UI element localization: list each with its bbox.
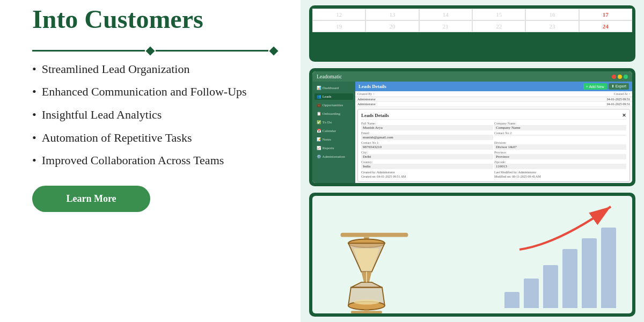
add-new-button[interactable]: + Add New [583,83,607,90]
value-city: Delhi [361,154,493,159]
footer-modified-by: Last Modified by: Administrator [494,171,626,174]
cal-cell-highlight: 17 [579,9,632,20]
list-item-automation: • Automation of Repetitive Tasks [32,130,279,146]
value-division: Divisor 1&07 [494,144,626,150]
learn-more-button[interactable]: Learn More [32,186,150,212]
crm-titlebar: Leadomatic [312,71,632,82]
sidebar-item-reports[interactable]: 📈 Reports [314,145,353,151]
crm-main: Leads Details + Add New ⬆ Export Created… [355,82,632,183]
list-item-label: Automation of Repetitive Tasks [42,130,192,146]
feature-list: • Streamlined Lead Organization • Enhanc… [32,62,279,176]
col-created-by: Created By ↑ [357,92,375,96]
bullet-dot: • [32,84,36,100]
list-item-streamlined: • Streamlined Lead Organization [32,62,279,77]
close-detail-icon[interactable]: ✕ [622,113,626,118]
sidebar-item-calendar[interactable]: 📅 Calendar [314,128,353,134]
cal-cell: 15 [472,9,525,20]
sidebar-item-todo[interactable]: ✅ To Do [314,119,353,126]
sidebar-item-admin[interactable]: ⚙️ Administration [314,153,353,160]
bullet-dot: • [32,107,36,123]
crm-header-buttons: + Add New ⬆ Export [583,83,629,90]
field-contact2: Contact No 2: [494,131,626,140]
field-province: Province: Province [494,151,626,159]
sidebar-item-dashboard[interactable]: 📊 Dashboard [314,85,353,91]
cal-cell: 21 [419,20,472,32]
bar-4 [562,249,577,308]
crm-app-name: Leadomatic [317,74,342,79]
left-panel: Into Customers • Streamlined Lead Organi… [0,0,301,322]
window-controls [612,75,628,79]
field-city: City: Delhi [361,151,493,159]
cal-cell: 23 [525,20,579,32]
divider [32,48,279,54]
sidebar-item-onboarding[interactable]: 📋 Onboarding [314,111,353,117]
sidebar-item-opportunities[interactable]: 💼 Opportunities [314,102,353,108]
col-created-at: Created At ↑ [614,92,630,96]
value-province: Province [494,154,626,159]
row-created-at: 04-01-2025 09:51 [607,98,630,101]
row-created-at-2: 04-01-2025 09:51 [607,103,630,106]
field-division: Division: Divisor 1&07 [494,141,626,150]
footer-modified-on: Modified on: 08-11-2025 09:45 AM [494,175,626,178]
bar-2 [524,279,539,308]
row-created-by-2: Administrator [357,103,376,106]
bar-3 [543,265,558,308]
field-fullname: Full Name: Munish Arya [361,122,493,130]
footer-created-on: Created on: 04-01-2025 09:51 AM [361,175,493,178]
hourglass-illustration [334,230,430,313]
calendar-row-1: 12 13 14 15 16 17 [312,9,632,20]
value-email: munish@gmail.com [361,135,493,140]
bullet-dot: • [32,153,36,169]
bullet-dot: • [32,62,36,77]
list-item-label: Enhanced Communication and Follow-Ups [42,84,247,100]
row-created-by: Administrator [357,98,376,101]
minimize-icon[interactable] [618,75,622,79]
cal-cell: 12 [312,9,365,20]
crm-card: Leadomatic 📊 Dashboard 👥 Leads 💼 Opportu… [309,68,635,186]
calendar-row-2: 19 20 21 22 23 24 [312,20,632,32]
crm-detail-title: Leads Details ✕ [361,113,626,120]
crm-sidebar: 📊 Dashboard 👥 Leads 💼 Opportunities 📋 On… [312,82,355,183]
value-contact2 [494,135,626,136]
list-item-communication: • Enhanced Communication and Follow-Ups [32,84,279,100]
cal-cell-highlight: 24 [579,20,632,32]
crm-footer-info: Created by: Administrator Last Modified … [361,171,626,178]
crm-fields: Full Name: Munish Arya Company Name: Com… [361,122,626,169]
export-button[interactable]: ⬆ Export [609,83,629,90]
close-icon[interactable] [612,75,616,79]
right-panel: 12 13 14 15 16 17 19 20 21 22 23 24 Lead… [301,0,644,322]
crm-table-header: Leads Details + Add New ⬆ Export [355,82,632,91]
maximize-icon[interactable] [624,75,628,79]
cal-cell: 20 [365,20,419,32]
list-item-label: Insightful Lead Analytics [42,107,162,123]
svg-rect-0 [341,233,408,237]
cal-cell: 13 [365,9,419,20]
footer-created-by: Created by: Administrator [361,171,493,174]
value-contact1: 9876543210 [361,144,493,150]
svg-rect-5 [351,311,382,313]
analytics-card [309,193,635,317]
list-item-analytics: • Insightful Lead Analytics [32,107,279,123]
value-fullname: Munish Arya [361,125,493,130]
list-item-label: Improved Collaboration Across Teams [42,153,224,169]
cal-cell: 19 [312,20,365,32]
bar-1 [504,292,519,308]
calendar-card: 12 13 14 15 16 17 19 20 21 22 23 24 [309,5,635,62]
value-zipcode: 110013 [494,164,626,169]
crm-window: Leadomatic 📊 Dashboard 👥 Leads 💼 Opportu… [312,71,632,183]
cal-cell: 16 [525,9,579,20]
value-country: India [361,164,493,169]
field-country: Country: India [361,160,493,169]
field-zipcode: Zipcode: 110013 [494,160,626,169]
analytics-content [312,196,632,313]
field-contact1: Contact No 1: 9876543210 [361,141,493,150]
growth-arrow [514,201,621,255]
list-item-label: Streamlined Lead Organization [42,62,190,77]
cal-cell: 22 [472,20,525,32]
field-email: Email: munish@gmail.com [361,131,493,140]
calendar-grid: 12 13 14 15 16 17 19 20 21 22 23 24 [312,9,632,58]
crm-panel-title: Leads Details [358,84,386,89]
cal-cell: 14 [419,9,472,20]
sidebar-item-notes[interactable]: 📝 Notes [314,136,353,143]
sidebar-item-leads[interactable]: 👥 Leads [314,93,353,100]
